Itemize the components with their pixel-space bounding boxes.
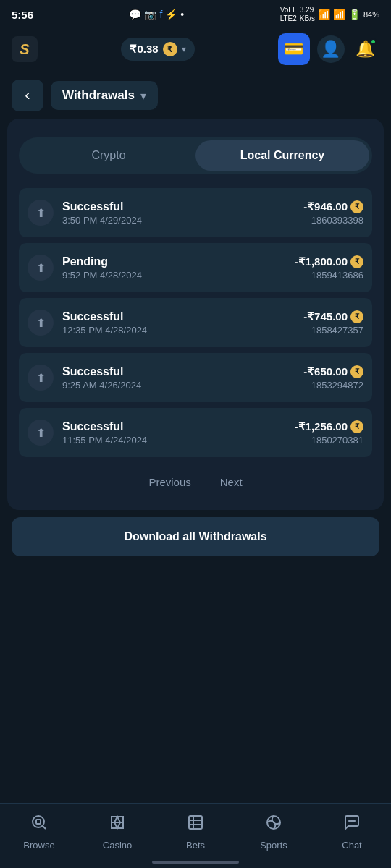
- balance-display[interactable]: ₹0.38 ₹ ▾: [121, 38, 194, 61]
- content-area: Crypto Local Currency ⬆ Successful 3:50 …: [7, 119, 384, 510]
- withdrawal-right: -₹946.00 ₹ 1860393398: [303, 200, 363, 226]
- withdrawal-status: Successful: [62, 310, 147, 323]
- withdrawal-date: 11:55 PM 4/24/2024: [62, 435, 147, 446]
- withdrawal-status: Successful: [62, 365, 141, 378]
- upload-icon: ⬆: [36, 261, 46, 275]
- withdrawal-item[interactable]: ⬆ Successful 9:25 AM 4/26/2024 -₹650.00 …: [19, 353, 372, 402]
- withdrawal-id: 1853294872: [311, 380, 363, 391]
- browse-icon: [30, 814, 48, 835]
- notification-button[interactable]: 🔔: [352, 35, 379, 63]
- nav-item-chat[interactable]: Chat: [313, 814, 391, 851]
- withdrawal-amount: -₹650.00 ₹: [303, 365, 363, 378]
- coin-icon: ₹: [163, 42, 177, 56]
- withdrawal-amount: -₹946.00 ₹: [303, 200, 363, 213]
- chat-status-icon: 💬: [129, 9, 141, 20]
- amount-coin-icon: ₹: [350, 310, 363, 323]
- upload-icon: ⬆: [36, 206, 46, 220]
- withdrawal-item[interactable]: ⬆ Successful 11:55 PM 4/24/2024 -₹1,256.…: [19, 408, 372, 457]
- wallet-button[interactable]: 💳: [278, 33, 310, 65]
- nav-item-browse[interactable]: Browse: [0, 814, 78, 851]
- nav-item-casino[interactable]: Casino: [78, 814, 156, 851]
- svg-rect-3: [189, 816, 202, 829]
- withdrawal-info: Successful 9:25 AM 4/26/2024: [62, 365, 141, 391]
- header: S ₹0.38 ₹ ▾ 💳 👤 🔔: [0, 26, 391, 72]
- bottom-navigation: Browse Casino Bets: [0, 803, 391, 868]
- balance-amount: ₹0.38: [130, 43, 158, 56]
- svg-rect-1: [36, 820, 41, 824]
- withdrawal-item[interactable]: ⬆ Pending 9:52 PM 4/28/2024 -₹1,800.00 ₹…: [19, 243, 372, 292]
- withdrawal-id: 1850270381: [311, 435, 363, 446]
- back-icon: ‹: [25, 86, 30, 105]
- download-section: Download all Withdrawals: [0, 510, 391, 571]
- amount-coin-icon: ₹: [350, 200, 363, 213]
- withdrawal-item-left: ⬆ Successful 3:50 PM 4/29/2024: [28, 200, 142, 226]
- withdrawal-right: -₹1,256.00 ₹ 1850270381: [295, 420, 363, 446]
- network-type: VoLILTE2: [280, 6, 297, 23]
- amount-coin-icon: ₹: [350, 365, 363, 378]
- upload-icon: ⬆: [36, 371, 46, 385]
- withdrawal-icon: ⬆: [28, 255, 54, 281]
- download-withdrawals-button[interactable]: Download all Withdrawals: [12, 517, 379, 556]
- upload-icon: ⬆: [36, 316, 46, 330]
- signal-icon: 📶: [333, 9, 345, 20]
- withdrawal-amount: -₹745.00 ₹: [303, 310, 363, 323]
- withdrawal-amount: -₹1,800.00 ₹: [295, 255, 363, 268]
- withdrawal-item[interactable]: ⬆ Successful 12:35 PM 4/28/2024 -₹745.00…: [19, 298, 372, 347]
- battery-icon: 🔋: [348, 9, 361, 20]
- profile-button[interactable]: 👤: [317, 35, 345, 63]
- wifi-icon: 📶: [318, 9, 330, 20]
- withdrawal-amount: -₹1,256.00 ₹: [295, 420, 363, 433]
- nav-item-sports[interactable]: Sports: [235, 814, 313, 851]
- tab-crypto[interactable]: Crypto: [22, 140, 196, 171]
- app-logo[interactable]: S: [12, 36, 38, 62]
- tab-local-currency[interactable]: Local Currency: [196, 140, 369, 171]
- bets-label: Bets: [186, 840, 205, 851]
- withdrawal-date: 3:50 PM 4/29/2024: [62, 215, 142, 226]
- status-icons: 💬 📷 f ⚡ •: [129, 9, 184, 20]
- status-time: 5:56: [12, 9, 33, 21]
- withdrawal-info: Successful 3:50 PM 4/29/2024: [62, 200, 142, 226]
- sports-icon: [265, 814, 282, 835]
- svg-point-10: [353, 820, 355, 822]
- withdrawal-id: 1859413686: [311, 270, 363, 281]
- withdrawal-status: Successful: [62, 420, 147, 433]
- page-title-text: Withdrawals: [62, 88, 135, 103]
- battery-percent: 84%: [363, 10, 379, 19]
- amount-coin-icon: ₹: [350, 420, 363, 433]
- withdrawal-item-left: ⬆ Pending 9:52 PM 4/28/2024: [28, 255, 142, 281]
- chat-icon: [343, 814, 361, 835]
- previous-button[interactable]: Previous: [148, 476, 190, 488]
- sports-label: Sports: [260, 840, 287, 851]
- svg-point-9: [351, 820, 353, 822]
- next-button[interactable]: Next: [220, 476, 243, 488]
- page-title-dropdown[interactable]: Withdrawals ▾: [51, 81, 158, 110]
- nav-item-bets[interactable]: Bets: [156, 814, 235, 851]
- withdrawal-item-left: ⬆ Successful 11:55 PM 4/24/2024: [28, 420, 147, 446]
- data-speed: 3.29KB/s: [300, 6, 315, 23]
- withdrawal-date: 9:25 AM 4/26/2024: [62, 380, 141, 391]
- withdrawal-item[interactable]: ⬆ Successful 3:50 PM 4/29/2024 -₹946.00 …: [19, 188, 372, 237]
- upload-icon: ⬆: [36, 426, 46, 440]
- profile-icon: 👤: [321, 40, 340, 59]
- bets-icon: [187, 814, 204, 835]
- status-right: VoLILTE2 3.29KB/s 📶 📶 🔋 84%: [280, 6, 379, 23]
- pagination: Previous Next: [19, 461, 372, 495]
- status-bar: 5:56 💬 📷 f ⚡ • VoLILTE2 3.29KB/s 📶 📶 🔋 8…: [0, 0, 391, 26]
- withdrawal-id: 1860393398: [311, 215, 363, 226]
- withdrawal-right: -₹1,800.00 ₹ 1859413686: [295, 255, 363, 281]
- withdrawal-icon: ⬆: [28, 365, 54, 391]
- withdrawal-info: Successful 12:35 PM 4/28/2024: [62, 310, 147, 336]
- svg-line-2: [43, 826, 46, 830]
- wallet-icon: 💳: [284, 40, 303, 59]
- svg-point-8: [349, 820, 350, 822]
- casino-label: Casino: [103, 840, 132, 851]
- back-button[interactable]: ‹: [12, 80, 43, 111]
- bolt-status-icon: ⚡: [165, 9, 177, 20]
- fb-status-icon: f: [159, 9, 162, 20]
- withdrawal-icon: ⬆: [28, 200, 54, 226]
- dot-status-icon: •: [180, 9, 184, 20]
- browse-label: Browse: [23, 840, 54, 851]
- home-indicator: [152, 861, 239, 864]
- withdrawal-right: -₹650.00 ₹ 1853294872: [303, 365, 363, 391]
- amount-coin-icon: ₹: [350, 255, 363, 268]
